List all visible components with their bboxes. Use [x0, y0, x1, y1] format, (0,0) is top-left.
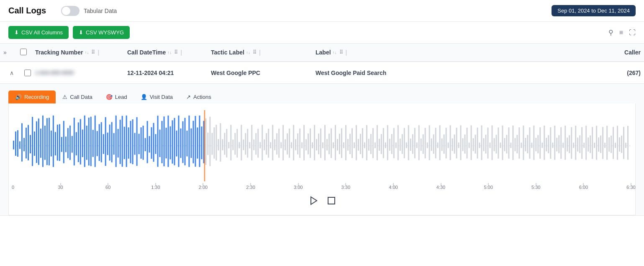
tab-lead[interactable]: 🎯 Lead	[99, 90, 134, 103]
csv-all-columns-label: CSV All Columns	[21, 29, 63, 36]
csv-wyswyg-button[interactable]: ⬇ CSV WYSWYG	[73, 26, 130, 39]
tactic-sort-icon[interactable]: ↑↓	[246, 50, 250, 55]
table-row: ∧ 1-844-000-0000 12-11-2024 04:21 West G…	[0, 62, 644, 84]
tracking-number-label: Tracking Number	[35, 49, 83, 56]
svg-rect-1	[328, 197, 335, 204]
timeline-label: 30	[58, 185, 63, 190]
timeline-label: 5:00	[484, 185, 493, 190]
tabular-data-toggle[interactable]	[61, 6, 80, 16]
tactic-sep: |	[259, 49, 261, 56]
label-label: Label	[316, 49, 331, 56]
call-data-icon: ⚠	[62, 94, 67, 100]
label-drag-icon: ⠿	[339, 49, 343, 55]
call-datetime-label: Call DateTime	[127, 49, 166, 56]
row-checkbox-cell	[20, 70, 35, 76]
toolbar-right: ⚲ ≡ ⛶	[608, 28, 636, 36]
recording-tab-label: Recording	[24, 94, 49, 100]
tactic-label-value: West Google PPC	[211, 70, 260, 76]
label-cell: West Google Paid Search	[316, 70, 433, 76]
datetime-drag-icon: ⠿	[174, 49, 178, 55]
row-expand-button[interactable]: ∧	[3, 70, 20, 76]
timeline-label: 5:30	[531, 185, 540, 190]
expanded-row-section: 🔊 Recording ⚠ Call Data 🎯 Lead 👤 Visit D…	[0, 84, 644, 216]
tactic-label-label: Tactic Label	[211, 49, 244, 56]
toolbar: ⬇ CSV All Columns ⬇ CSV WYSWYG ⚲ ≡ ⛶	[0, 22, 644, 44]
timeline-label: 4:30	[436, 185, 445, 190]
waveform-canvas[interactable]	[13, 110, 631, 181]
csv-wyswyg-label: CSV WYSWYG	[86, 29, 124, 36]
fullscreen-icon[interactable]: ⛶	[629, 29, 636, 36]
playback-controls	[13, 191, 631, 212]
label-value: West Google Paid Search	[316, 70, 386, 76]
timeline-label: 2:00	[199, 185, 208, 190]
call-data-tab-label: Call Data	[70, 94, 92, 100]
page-header: Call Logs Tabular Data Sep 01, 2024 to D…	[0, 0, 644, 22]
tracking-number-value: 1-844-000-0000	[35, 70, 74, 76]
page-title: Call Logs	[8, 6, 46, 15]
row-collapse-icon[interactable]: ∧	[10, 70, 14, 76]
tactic-label-col-header[interactable]: Tactic Label ↑↓ ⠿ |	[211, 49, 316, 56]
tracking-drag-icon: ⠿	[91, 49, 95, 55]
columns-icon[interactable]: ≡	[619, 29, 623, 36]
tab-recording[interactable]: 🔊 Recording	[8, 90, 56, 103]
caller-col-header[interactable]: Caller	[433, 49, 641, 56]
lead-tab-label: Lead	[115, 94, 127, 100]
timeline-label: 60	[105, 185, 110, 190]
tracking-number-cell: 1-844-000-0000	[35, 70, 127, 76]
timeline-label: 4:00	[389, 185, 398, 190]
tab-call-data[interactable]: ⚠ Call Data	[56, 90, 99, 103]
expand-all-icon[interactable]: »	[3, 49, 7, 56]
visit-data-icon: 👤	[141, 94, 147, 100]
expand-col-header: »	[3, 49, 20, 56]
tracking-number-col-header[interactable]: Tracking Number ↑↓ ⠿ |	[35, 49, 127, 56]
call-datetime-value: 12-11-2024 04:21	[127, 70, 174, 76]
timeline-label: 6:00	[579, 185, 588, 190]
label-col-header[interactable]: Label ↑↓ ⠿ |	[316, 49, 433, 56]
timeline: 030601:302:002:303:003:304:004:305:005:3…	[13, 183, 631, 191]
tracking-sort-icon[interactable]: ↑↓	[85, 50, 89, 55]
download-icon-2: ⬇	[79, 29, 83, 36]
tactic-label-cell: West Google PPC	[211, 70, 316, 76]
datetime-sep: |	[180, 49, 182, 56]
tabular-data-toggle-container: Tabular Data	[61, 6, 117, 16]
call-datetime-col-header[interactable]: Call DateTime ↑↓ ⠿ |	[127, 49, 211, 56]
label-sep: |	[346, 49, 347, 56]
table-header: » Tracking Number ↑↓ ⠿ | Call DateTime ↑…	[0, 44, 644, 62]
select-all-checkbox[interactable]	[20, 49, 27, 55]
actions-tab-label: Actions	[193, 94, 211, 100]
call-datetime-cell: 12-11-2024 04:21	[127, 70, 211, 76]
tracking-sep: |	[97, 49, 99, 56]
timeline-label: 3:30	[341, 185, 350, 190]
tab-actions[interactable]: ↗ Actions	[180, 90, 218, 103]
waveform-container[interactable]: 030601:302:002:303:003:304:004:305:005:3…	[8, 103, 636, 215]
toggle-label: Tabular Data	[84, 8, 117, 14]
row-checkbox[interactable]	[24, 70, 31, 76]
caller-label: Caller	[624, 49, 641, 56]
csv-all-columns-button[interactable]: ⬇ CSV All Columns	[8, 26, 69, 39]
actions-icon: ↗	[186, 94, 191, 100]
play-button[interactable]	[309, 196, 319, 206]
timeline-label: 2:30	[246, 185, 255, 190]
stop-button[interactable]	[327, 196, 336, 205]
lead-icon: 🎯	[106, 94, 113, 100]
caller-value: (267)	[627, 70, 641, 76]
filter-icon[interactable]: ⚲	[608, 28, 613, 36]
date-range-badge[interactable]: Sep 01, 2024 to Dec 11, 2024	[552, 5, 636, 16]
timeline-label: 3:00	[294, 185, 303, 190]
recording-tab-bar: 🔊 Recording ⚠ Call Data 🎯 Lead 👤 Visit D…	[8, 90, 636, 103]
timeline-label: 0	[12, 185, 14, 190]
caller-cell: (267)	[433, 70, 641, 76]
visit-data-tab-label: Visit Data	[150, 94, 173, 100]
timeline-label: 6:30	[626, 185, 635, 190]
datetime-sort-icon[interactable]: ↑↓	[167, 50, 172, 55]
tab-visit-data[interactable]: 👤 Visit Data	[134, 90, 180, 103]
svg-marker-0	[311, 197, 317, 204]
recording-icon: 🔊	[15, 94, 22, 100]
tactic-drag-icon: ⠿	[253, 49, 257, 55]
download-icon: ⬇	[14, 29, 19, 36]
label-sort-icon[interactable]: ↑↓	[333, 50, 337, 55]
timeline-label: 1:30	[151, 185, 160, 190]
check-col-header	[20, 49, 35, 57]
